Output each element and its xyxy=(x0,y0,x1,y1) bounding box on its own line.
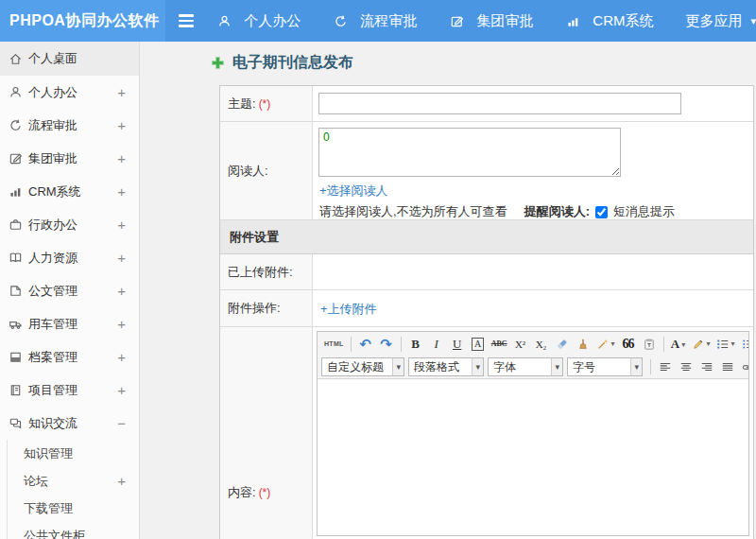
expand-toggle[interactable]: + xyxy=(117,473,126,489)
subject-input[interactable] xyxy=(318,93,681,114)
sidebar-item-vehicle-management[interactable]: 用车管理 + xyxy=(0,307,139,340)
document-icon xyxy=(8,284,23,299)
link-button[interactable] xyxy=(739,357,748,376)
underline-button[interactable]: U xyxy=(448,335,467,354)
blockquote-button[interactable]: 66 xyxy=(619,335,638,354)
nav-label: 个人办公 xyxy=(244,12,301,30)
readers-textarea[interactable]: 0 xyxy=(318,128,621,177)
caret-down-icon: ▾ xyxy=(630,358,642,375)
nav-label: CRM系统 xyxy=(593,12,653,30)
edit-square-icon xyxy=(449,13,464,28)
sidebar-subitem-label: 下载管理 xyxy=(24,500,73,517)
sidebar-subitem-download-management[interactable]: 下载管理 xyxy=(8,495,139,522)
nav-crm-system[interactable]: CRM系统 xyxy=(565,12,653,30)
nav-label: 流程审批 xyxy=(360,12,417,30)
font-size-select[interactable]: 字号 ▾ xyxy=(567,357,643,376)
caret-down-icon: ▾ xyxy=(611,339,615,348)
upload-attachment-link[interactable]: +上传附件 xyxy=(320,301,377,318)
sidebar-subitem-forum[interactable]: 论坛 + xyxy=(8,467,139,495)
expand-toggle[interactable]: + xyxy=(117,382,126,398)
expand-toggle[interactable]: + xyxy=(117,183,126,200)
sms-remind-checkbox[interactable] xyxy=(595,206,608,218)
html-source-button[interactable]: HTML xyxy=(322,335,346,354)
collapse-toggle[interactable]: − xyxy=(117,415,126,431)
sidebar-item-group-approval[interactable]: 集团审批 + xyxy=(0,142,139,175)
sidebar-item-knowledge-exchange[interactable]: 知识交流 − xyxy=(0,407,139,440)
select-readers-link[interactable]: +选择阅读人 xyxy=(319,183,388,200)
font-family-select[interactable]: 字体 ▾ xyxy=(488,357,563,376)
label-text: 阅读人: xyxy=(228,163,268,180)
align-left-button[interactable] xyxy=(656,357,675,376)
expand-toggle[interactable]: + xyxy=(117,84,126,100)
caret-down-icon: ▾ xyxy=(731,339,735,348)
sidebar-item-workflow-approval[interactable]: 流程审批 + xyxy=(0,109,139,142)
sidebar-item-document-management[interactable]: 公文管理 + xyxy=(0,274,139,307)
italic-button[interactable]: I xyxy=(427,335,446,354)
nav-group-approval[interactable]: 集团审批 xyxy=(449,12,533,30)
char-border-button[interactable]: A xyxy=(469,335,488,354)
format-brush-button[interactable] xyxy=(574,335,593,354)
expand-toggle[interactable]: + xyxy=(117,316,126,332)
sidebar-item-project-management[interactable]: 项目管理 + xyxy=(0,374,139,407)
remove-format-button[interactable] xyxy=(553,335,572,354)
align-right-button[interactable] xyxy=(697,357,716,376)
expand-toggle[interactable]: + xyxy=(117,250,126,266)
heading-select[interactable]: 自定义标题 ▾ xyxy=(321,357,404,376)
sidebar-item-admin-office[interactable]: 行政办公 + xyxy=(0,208,139,241)
autotypeset-button[interactable]: ▾ xyxy=(594,335,617,354)
font-color-button[interactable]: A ▾ xyxy=(669,335,688,354)
strikethrough-button[interactable]: ABC xyxy=(490,335,509,354)
font-color-a: A xyxy=(671,337,679,352)
paste-text-button[interactable] xyxy=(640,335,659,354)
nav-workflow-approval[interactable]: 流程审批 xyxy=(333,12,417,30)
nav-more-apps[interactable]: 更多应用 ▾ xyxy=(685,12,756,30)
bold-button[interactable]: B xyxy=(406,335,425,354)
editor-body[interactable] xyxy=(318,379,748,535)
highlight-color-button[interactable]: ▾ xyxy=(690,335,713,354)
undo-button[interactable]: ↶ xyxy=(356,335,375,354)
sidebar-subitem-knowledge-management[interactable]: 知识管理 xyxy=(8,440,139,467)
home-icon xyxy=(8,51,23,66)
bar-chart-icon xyxy=(565,13,580,28)
select-value: 段落格式 xyxy=(414,359,468,375)
sidebar-item-personal-office[interactable]: 个人办公 + xyxy=(0,76,139,109)
readers-label: 阅读人: xyxy=(220,122,313,219)
sidebar-item-crm-system[interactable]: CRM系统 + xyxy=(0,175,139,208)
sidebar-item-archive-management[interactable]: 档案管理 + xyxy=(0,340,139,374)
nav-personal-office[interactable]: 个人办公 xyxy=(216,12,301,30)
highlighter-icon xyxy=(692,338,705,351)
unordered-list-button[interactable] xyxy=(739,335,748,354)
expand-toggle[interactable]: + xyxy=(117,349,126,365)
person-icon xyxy=(8,85,23,100)
label-text: 已上传附件: xyxy=(228,264,293,281)
nav-label: 更多应用 xyxy=(685,12,742,30)
sms-remind-label: 短消息提示 xyxy=(613,203,675,220)
superscript-button[interactable]: X² xyxy=(511,335,530,354)
editor-toolbar-row-2: 自定义标题 ▾ 段落格式 ▾ 字体 ▾ 字号 ▾ xyxy=(318,356,748,379)
uploaded-label: 已上传附件: xyxy=(220,254,313,289)
sidebar-subitem-public-file-cabinet[interactable]: 公共文件柜 xyxy=(8,522,139,539)
knowledge-exchange-submenu: 知识管理 论坛 + 下载管理 公共文件柜 xyxy=(7,440,139,539)
subject-label: 主题: (*) xyxy=(220,86,313,121)
expand-toggle[interactable]: + xyxy=(117,117,126,133)
expand-toggle[interactable]: + xyxy=(117,150,126,166)
publish-form: 主题: (*) 阅读人: 0 +选择阅读人 请选择阅读人,不选为所有人可查看 提… xyxy=(219,85,754,539)
paragraph-format-select[interactable]: 段落格式 ▾ xyxy=(408,357,484,376)
subscript-button[interactable]: X₂ xyxy=(532,335,551,354)
briefcase-icon xyxy=(8,217,23,233)
align-center-button[interactable] xyxy=(677,357,696,376)
redo-button[interactable]: ↷ xyxy=(377,335,396,354)
expand-toggle[interactable]: + xyxy=(117,217,126,233)
sidebar-item-human-resources[interactable]: 人力资源 + xyxy=(0,241,139,274)
align-right-icon xyxy=(700,360,713,374)
form-row-readers: 阅读人: 0 +选择阅读人 请选择阅读人,不选为所有人可查看 提醒阅读人: 短消… xyxy=(220,122,753,220)
menu-icon[interactable] xyxy=(179,11,194,30)
form-row-content: 内容: (*) HTML ↶ ↷ B I U A xyxy=(220,327,753,539)
person-icon xyxy=(216,13,232,28)
expand-toggle[interactable]: + xyxy=(117,283,126,299)
edit-square-icon xyxy=(8,151,23,166)
justify-button[interactable] xyxy=(718,357,737,376)
bar-chart-icon xyxy=(8,184,23,200)
sidebar-item-personal-desktop[interactable]: 个人桌面 xyxy=(0,42,139,76)
ordered-list-button[interactable]: ▾ xyxy=(714,335,737,354)
